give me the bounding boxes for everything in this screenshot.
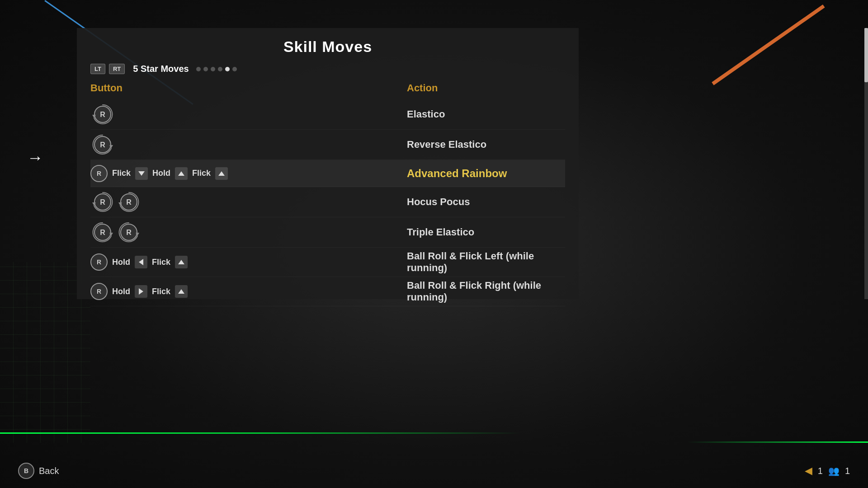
dot-5 (232, 67, 237, 71)
bg-green-line (0, 432, 868, 434)
double-r-ccw-icon: R R (90, 220, 141, 244)
category-name: 5 Star Moves (133, 64, 189, 74)
skill-moves-panel: Skill Moves LT RT 5 Star Moves Button Ac… (77, 28, 579, 299)
action-ball-roll-left: Ball Roll & Flick Left (while running) (407, 250, 565, 274)
moves-list: R Elastico R R (77, 99, 579, 306)
action-advanced-rainbow: Advanced Rainbow (407, 167, 565, 180)
b-button-icon: B (18, 463, 34, 479)
dir-up-icon-2 (215, 167, 228, 180)
dir-right-icon (135, 285, 147, 298)
r-btn-ball-roll-left: R (90, 253, 108, 271)
dir-up-icon-1 (175, 167, 188, 180)
move-row-ball-roll-left[interactable]: R Hold Flick Ball Roll & Flick Left (whi… (90, 248, 565, 277)
trigger-buttons: LT RT (90, 64, 125, 74)
button-col-ball-roll-right: R Hold Flick (90, 283, 407, 300)
svg-text:R: R (100, 229, 105, 236)
players-count: 1 (845, 466, 850, 476)
button-col-hocus-pocus: R R (90, 190, 407, 214)
svg-marker-21 (139, 259, 143, 265)
button-col-advanced-rainbow: R Flick Hold Flick (90, 165, 407, 182)
move-row-triple-elastico[interactable]: R R Triple Elastico (90, 217, 565, 248)
svg-text:R: R (100, 198, 105, 206)
dot-3 (218, 67, 222, 71)
action-triple-elastico: Triple Elastico (407, 226, 565, 238)
dot-2 (211, 67, 215, 71)
flick-label-2: Flick (192, 169, 211, 178)
button-col-ball-roll-left: R Hold Flick (90, 253, 407, 271)
action-ball-roll-right: Ball Roll & Flick Right (while running) (407, 280, 565, 303)
svg-marker-23 (139, 288, 143, 295)
bottom-bar: B Back ◀ 1 👥 1 (0, 463, 868, 479)
svg-marker-6 (138, 171, 145, 176)
svg-text:R: R (100, 111, 105, 118)
action-reverse-elastico: Reverse Elastico (407, 139, 565, 150)
rt-button: RT (109, 64, 125, 74)
move-row-hocus-pocus[interactable]: R R Hocus Pocus (90, 187, 565, 217)
button-col-triple-elastico: R R (90, 220, 407, 244)
hold-label: Hold (152, 169, 170, 178)
dir-up-icon-right (175, 285, 188, 298)
dir-up-icon-left (175, 256, 188, 268)
dot-4 (225, 67, 230, 71)
scrollbar-thumb[interactable] (864, 28, 868, 82)
action-column-header: Action (407, 82, 438, 94)
panel-header: LT RT 5 Star Moves (77, 64, 579, 74)
bg-green-line-right (687, 441, 868, 443)
button-column-header: Button (90, 82, 407, 94)
svg-marker-7 (178, 171, 184, 176)
dir-left-icon (135, 256, 147, 268)
lt-button: LT (90, 64, 105, 74)
back-button[interactable]: B Back (18, 463, 59, 479)
svg-marker-22 (178, 260, 184, 264)
hold-label-left: Hold (112, 258, 130, 267)
page-number: 1 (818, 466, 823, 476)
flick-label-1: Flick (112, 169, 131, 178)
hold-label-right: Hold (112, 287, 130, 296)
scrollbar[interactable] (864, 28, 868, 299)
action-elastico: Elastico (407, 108, 565, 120)
move-row-advanced-rainbow[interactable]: R Flick Hold Flick (90, 160, 565, 187)
svg-text:R: R (126, 229, 132, 236)
r-btn-ball-roll-right: R (90, 283, 108, 300)
svg-marker-24 (178, 289, 184, 294)
dot-0 (196, 67, 201, 71)
svg-marker-8 (218, 171, 225, 176)
bottom-right: ◀ 1 👥 1 (805, 465, 850, 477)
columns-header: Button Action (77, 82, 579, 94)
dot-1 (203, 67, 208, 71)
r-ccw-icon: R (90, 132, 115, 157)
move-row-reverse-elastico[interactable]: R Reverse Elastico (90, 130, 565, 160)
flick-label-left: Flick (152, 258, 170, 267)
button-col-elastico: R (90, 102, 407, 127)
selection-arrow (27, 148, 43, 167)
panel-title: Skill Moves (77, 28, 579, 64)
svg-text:R: R (100, 141, 105, 149)
nav-left-icon[interactable]: ◀ (805, 465, 812, 477)
move-row-ball-roll-right[interactable]: R Hold Flick Ball Roll & Flick Right (wh… (90, 277, 565, 306)
r-cw-icon: R (90, 102, 115, 127)
players-icon: 👥 (828, 465, 840, 476)
move-row-elastico[interactable]: R Elastico (90, 99, 565, 130)
dir-down-icon (135, 167, 148, 180)
button-col-reverse-elastico: R (90, 132, 407, 157)
r-btn-advanced-rainbow: R (90, 165, 108, 182)
double-r-icon: R R (90, 190, 141, 214)
page-dots (196, 67, 237, 71)
svg-text:R: R (126, 198, 132, 206)
back-label: Back (39, 466, 59, 476)
action-hocus-pocus: Hocus Pocus (407, 196, 565, 208)
flick-label-right: Flick (152, 287, 170, 296)
